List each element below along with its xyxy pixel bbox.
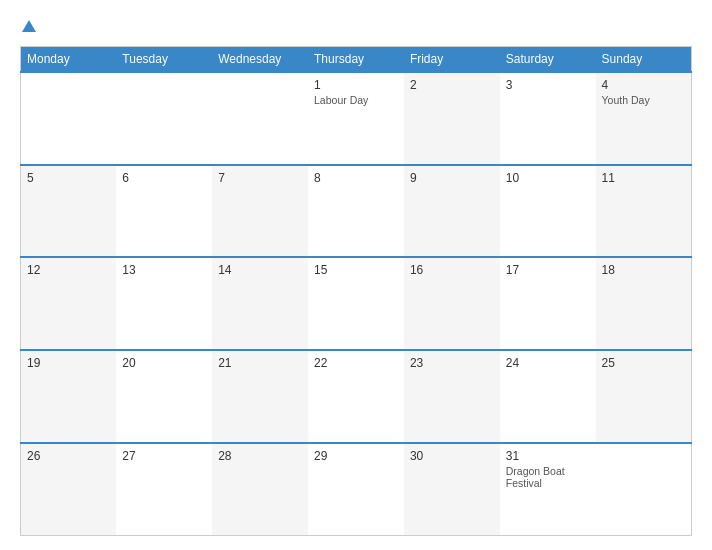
calendar-cell: 17 — [500, 257, 596, 350]
cell-date-number: 18 — [602, 263, 685, 277]
calendar-cell: 7 — [212, 165, 308, 258]
cell-date-number: 8 — [314, 171, 398, 185]
calendar-cell — [596, 443, 692, 536]
calendar-cell: 28 — [212, 443, 308, 536]
weekday-header-monday: Monday — [21, 47, 117, 73]
cell-date-number: 30 — [410, 449, 494, 463]
cell-date-number: 15 — [314, 263, 398, 277]
calendar-header — [20, 18, 692, 36]
calendar-page: MondayTuesdayWednesdayThursdayFridaySatu… — [0, 0, 712, 550]
calendar-cell: 23 — [404, 350, 500, 443]
calendar-cell: 3 — [500, 72, 596, 165]
calendar-cell: 24 — [500, 350, 596, 443]
calendar-cell: 14 — [212, 257, 308, 350]
week-row-2: 567891011 — [21, 165, 692, 258]
calendar-cell: 31Dragon Boat Festival — [500, 443, 596, 536]
calendar-cell: 29 — [308, 443, 404, 536]
cell-date-number: 14 — [218, 263, 302, 277]
calendar-cell: 30 — [404, 443, 500, 536]
calendar-cell: 9 — [404, 165, 500, 258]
cell-date-number: 10 — [506, 171, 590, 185]
cell-date-number: 21 — [218, 356, 302, 370]
calendar-cell: 8 — [308, 165, 404, 258]
calendar-cell: 27 — [116, 443, 212, 536]
cell-event-label: Labour Day — [314, 94, 398, 106]
weekday-header-tuesday: Tuesday — [116, 47, 212, 73]
cell-date-number: 11 — [602, 171, 685, 185]
calendar-cell: 13 — [116, 257, 212, 350]
cell-date-number: 27 — [122, 449, 206, 463]
calendar-cell — [212, 72, 308, 165]
calendar-cell — [116, 72, 212, 165]
week-row-4: 19202122232425 — [21, 350, 692, 443]
calendar-cell: 12 — [21, 257, 117, 350]
weekday-header-sunday: Sunday — [596, 47, 692, 73]
cell-date-number: 6 — [122, 171, 206, 185]
calendar-cell: 15 — [308, 257, 404, 350]
weekday-header-thursday: Thursday — [308, 47, 404, 73]
weekday-header-friday: Friday — [404, 47, 500, 73]
cell-date-number: 9 — [410, 171, 494, 185]
cell-date-number: 17 — [506, 263, 590, 277]
week-row-1: 1Labour Day234Youth Day — [21, 72, 692, 165]
cell-date-number: 1 — [314, 78, 398, 92]
cell-date-number: 2 — [410, 78, 494, 92]
calendar-cell: 5 — [21, 165, 117, 258]
calendar-cell: 16 — [404, 257, 500, 350]
cell-date-number: 22 — [314, 356, 398, 370]
weekday-header-wednesday: Wednesday — [212, 47, 308, 73]
cell-date-number: 13 — [122, 263, 206, 277]
week-row-5: 262728293031Dragon Boat Festival — [21, 443, 692, 536]
weekday-header-row: MondayTuesdayWednesdayThursdayFridaySatu… — [21, 47, 692, 73]
cell-date-number: 28 — [218, 449, 302, 463]
cell-date-number: 7 — [218, 171, 302, 185]
calendar-cell — [21, 72, 117, 165]
calendar-cell: 4Youth Day — [596, 72, 692, 165]
week-row-3: 12131415161718 — [21, 257, 692, 350]
logo-blue-text — [20, 18, 36, 36]
cell-date-number: 29 — [314, 449, 398, 463]
cell-event-label: Dragon Boat Festival — [506, 465, 590, 489]
calendar-cell: 20 — [116, 350, 212, 443]
calendar-cell: 2 — [404, 72, 500, 165]
cell-date-number: 4 — [602, 78, 685, 92]
calendar-cell: 1Labour Day — [308, 72, 404, 165]
calendar-cell: 22 — [308, 350, 404, 443]
calendar-table: MondayTuesdayWednesdayThursdayFridaySatu… — [20, 46, 692, 536]
cell-date-number: 19 — [27, 356, 110, 370]
calendar-cell: 6 — [116, 165, 212, 258]
calendar-cell: 25 — [596, 350, 692, 443]
calendar-cell: 19 — [21, 350, 117, 443]
calendar-cell: 26 — [21, 443, 117, 536]
cell-date-number: 23 — [410, 356, 494, 370]
cell-date-number: 3 — [506, 78, 590, 92]
cell-date-number: 25 — [602, 356, 685, 370]
logo — [20, 18, 36, 36]
cell-date-number: 20 — [122, 356, 206, 370]
cell-date-number: 5 — [27, 171, 110, 185]
cell-date-number: 31 — [506, 449, 590, 463]
cell-event-label: Youth Day — [602, 94, 685, 106]
calendar-cell: 11 — [596, 165, 692, 258]
cell-date-number: 24 — [506, 356, 590, 370]
cell-date-number: 26 — [27, 449, 110, 463]
weekday-header-saturday: Saturday — [500, 47, 596, 73]
calendar-cell: 21 — [212, 350, 308, 443]
calendar-cell: 10 — [500, 165, 596, 258]
cell-date-number: 12 — [27, 263, 110, 277]
logo-triangle-icon — [22, 20, 36, 32]
cell-date-number: 16 — [410, 263, 494, 277]
calendar-cell: 18 — [596, 257, 692, 350]
